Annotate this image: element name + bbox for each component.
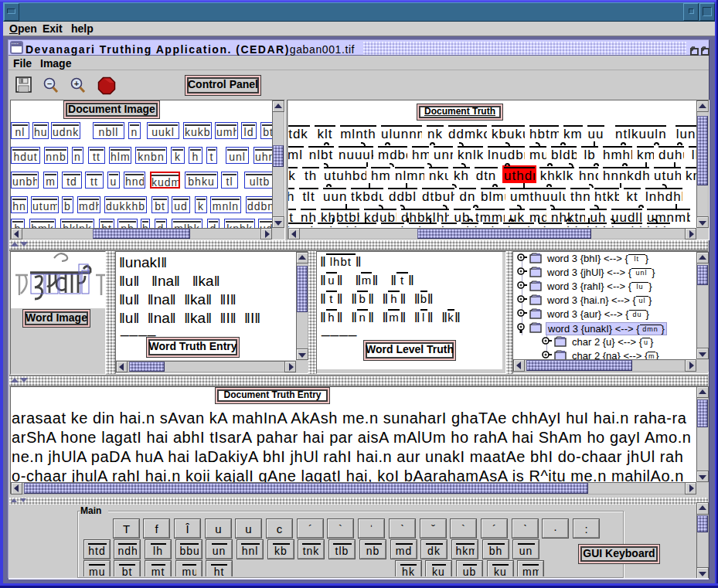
svg-text:–: – (47, 79, 52, 88)
svg-text:+: + (74, 79, 79, 88)
